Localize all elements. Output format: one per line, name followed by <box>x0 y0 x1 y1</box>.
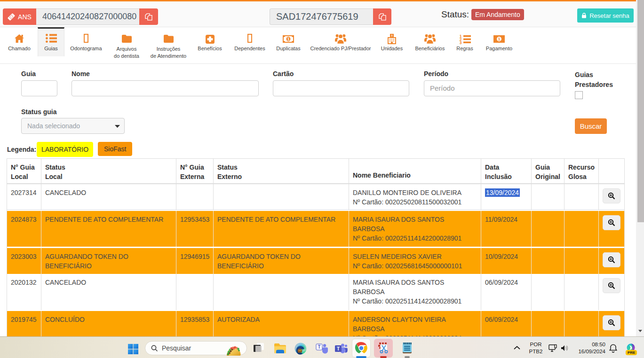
svg-text:T: T <box>337 346 340 351</box>
svg-text:3: 3 <box>459 40 461 44</box>
svg-text:T: T <box>318 344 320 350</box>
svg-text:1: 1 <box>498 37 500 41</box>
svg-text:1: 1 <box>287 37 290 41</box>
